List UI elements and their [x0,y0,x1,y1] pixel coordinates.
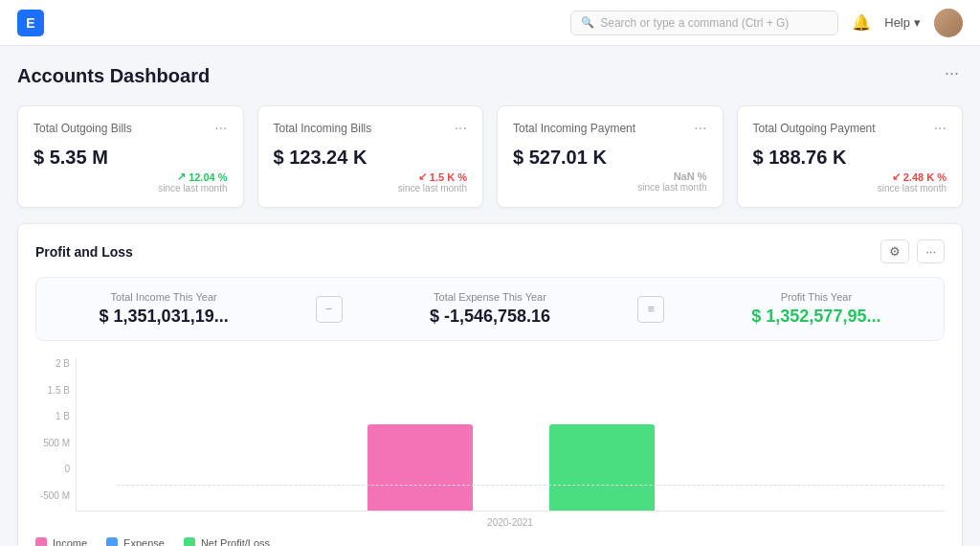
card-value: $ 527.01 K [513,147,707,169]
card-change-pct: 1.5 K % [418,171,467,183]
pnl-total-expense: Total Expense This Year $ -1,546,758.16 [430,291,550,327]
card-footer: 2.48 K % since last month [753,171,947,193]
pnl-expense-value: $ -1,546,758.16 [430,307,550,327]
chevron-down-icon: ▾ [914,15,921,30]
pnl-title: Profit and Loss [35,244,133,260]
topnav-right: 🔍 Search or type a command (Ctrl + G) 🔔 … [570,9,963,37]
card-2: Total Incoming Payment ··· $ 527.01 K Na… [497,105,724,208]
legend-income-label: Income [53,537,87,546]
legend-expense-label: Expense [123,537,165,546]
card-change-pct: NaN % [674,171,707,182]
pnl-actions: ⚙ ··· [880,239,945,263]
chart-zero-line [117,485,945,486]
card-header: Total Incoming Bills ··· [274,120,468,137]
cards-row: Total Outgoing Bills ··· $ 5.35 M 12.04 … [17,105,963,208]
card-footer: 12.04 % since last month [33,171,228,193]
topnav-left: E [17,10,44,36]
card-header: Total Outgoing Payment ··· [753,120,947,137]
card-header: Total Incoming Payment ··· [513,120,707,137]
card-since-label: since last month [878,183,947,193]
card-change: 12.04 % since last month [158,171,227,193]
card-value: $ 123.24 K [274,147,468,169]
pnl-total-profit: Profit This Year $ 1,352,577,95... [751,291,880,327]
chart-legend: Income Expense Net Profit/Loss [35,537,945,546]
pnl-total-income: Total Income This Year $ 1,351,031,19... [100,291,229,327]
arrow-up-icon [177,171,186,183]
card-0: Total Outgoing Bills ··· $ 5.35 M 12.04 … [17,105,244,208]
pnl-chart: 2 B 1.5 B 1 B 500 M 0 -500 M 2020-2021 [35,358,945,528]
pnl-profit-value: $ 1,352,577,95... [751,307,880,327]
card-footer: 1.5 K % since last month [274,171,468,193]
chart-canvas [76,358,945,512]
card-header: Total Outgoing Bills ··· [33,120,228,137]
filter-icon: ⚙ [889,244,901,259]
card-more-button[interactable]: ··· [455,120,467,137]
arrow-down-icon [418,171,427,183]
search-placeholder: Search or type a command (Ctrl + G) [600,16,789,30]
card-value: $ 188.76 K [753,147,947,169]
legend-dot-profit [184,537,195,546]
card-since-label: since last month [398,183,467,193]
card-1: Total Incoming Bills ··· $ 123.24 K 1.5 … [257,105,484,208]
legend-dot-expense [106,537,118,546]
chart-y-axis: 2 B 1.5 B 1 B 500 M 0 -500 M [35,358,76,501]
legend-income: Income [35,537,87,546]
arrow-down-icon [892,171,901,183]
pnl-expense-label: Total Expense This Year [430,291,550,303]
page-header: Accounts Dashboard ··· [17,63,963,88]
card-change: 2.48 K % since last month [878,171,947,193]
card-title: Total Outgoing Payment [753,122,876,135]
pnl-income-label: Total Income This Year [100,291,229,303]
chart-bars [77,358,945,511]
legend-expense: Expense [106,537,165,546]
legend-profit: Net Profit/Loss [184,537,270,546]
legend-profit-label: Net Profit/Loss [201,537,270,546]
card-value: $ 5.35 M [33,147,228,169]
chart-bar-profit [549,424,655,511]
card-change: 1.5 K % since last month [398,171,467,193]
card-title: Total Incoming Bills [274,122,372,135]
main-content: Accounts Dashboard ··· Total Outgoing Bi… [0,46,980,546]
card-more-button[interactable]: ··· [934,120,947,137]
card-footer: NaN % since last month [513,171,707,193]
notification-bell[interactable]: 🔔 [852,13,871,32]
search-bar[interactable]: 🔍 Search or type a command (Ctrl + G) [570,11,838,35]
card-change-pct: 2.48 K % [892,171,947,183]
chart-x-label: 2020-2021 [76,517,945,528]
top-navigation: E 🔍 Search or type a command (Ctrl + G) … [0,0,980,46]
card-change: NaN % since last month [637,171,706,193]
card-change-pct: 12.04 % [177,171,227,183]
card-3: Total Outgoing Payment ··· $ 188.76 K 2.… [737,105,964,208]
pnl-filter-button[interactable]: ⚙ [880,239,909,263]
card-since-label: since last month [637,182,706,193]
search-icon: 🔍 [581,16,594,29]
card-title: Total Incoming Payment [513,122,635,135]
legend-dot-income [35,537,47,546]
card-more-button[interactable]: ··· [214,120,227,137]
avatar-image [934,9,963,37]
card-since-label: since last month [158,183,227,193]
pnl-divider-minus: − [316,296,343,323]
page-title: Accounts Dashboard [17,63,210,88]
pnl-header: Profit and Loss ⚙ ··· [35,239,945,263]
pnl-profit-label: Profit This Year [751,291,880,303]
pnl-section: Profit and Loss ⚙ ··· Total Income This … [17,223,963,546]
pnl-summary-row: Total Income This Year $ 1,351,031,19...… [35,277,945,341]
chart-bar-income [368,424,473,511]
pnl-income-value: $ 1,351,031,19... [100,307,229,327]
help-button[interactable]: Help ▾ [884,15,921,30]
pnl-more-button[interactable]: ··· [917,239,945,263]
card-title: Total Outgoing Bills [33,122,132,135]
card-more-button[interactable]: ··· [694,120,706,137]
user-avatar[interactable] [934,9,963,37]
brand-logo[interactable]: E [17,10,44,36]
pnl-divider-equals: ≡ [637,296,664,323]
page-more-button[interactable]: ··· [941,63,963,83]
